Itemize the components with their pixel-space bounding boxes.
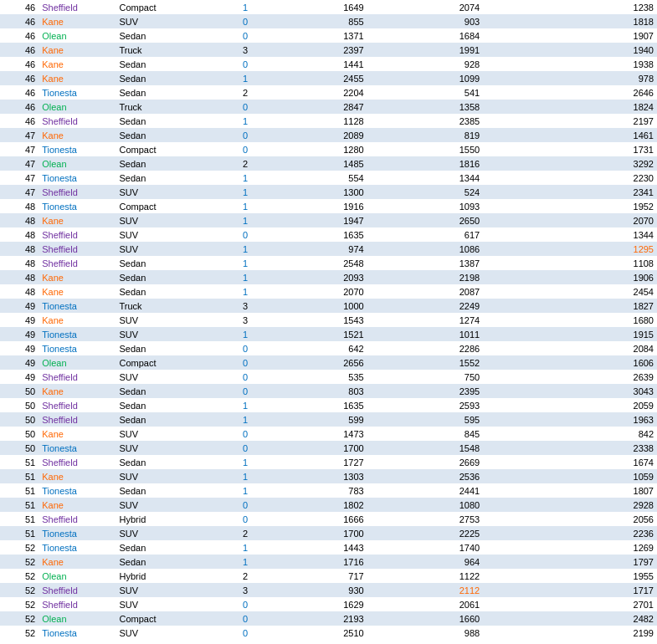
table-row: 51 Kane SUV 0 1802 1080 2928	[0, 498, 657, 512]
col-c8: 1731	[560, 142, 657, 156]
col-type: Sedan	[116, 398, 193, 412]
col-c5: 930	[251, 583, 367, 597]
col-c5: 1947	[251, 213, 367, 227]
col-city: Olean	[38, 569, 115, 583]
col-number: 47	[0, 185, 38, 199]
col-type: SUV	[116, 370, 193, 384]
table-row: 49 Tionesta Truck 3 1000 2249 1827	[0, 299, 657, 313]
table-row: 52 Sheffield SUV 3 930 2112 1717	[0, 583, 657, 597]
table-row: 46 Olean Sedan 0 1371 1684 1907	[0, 28, 657, 43]
col-city: Olean	[38, 611, 115, 626]
col-c8: 1907	[560, 28, 657, 43]
col-number: 49	[0, 341, 38, 355]
table-row: 46 Kane SUV 0 855 903 1818	[0, 14, 657, 28]
col-city: Kane	[38, 469, 115, 483]
col-c7	[483, 213, 560, 227]
col-c5: 1649	[251, 0, 367, 14]
col-c6: 1816	[367, 156, 484, 171]
col-c4: 1	[193, 270, 251, 284]
col-number: 52	[0, 555, 38, 569]
col-number: 48	[0, 270, 38, 284]
col-c6: 2286	[367, 341, 484, 355]
col-number: 48	[0, 199, 38, 213]
col-c4: 1	[193, 213, 251, 227]
col-c6: 2249	[367, 299, 484, 313]
col-c5: 2089	[251, 128, 367, 142]
col-city: Tionesta	[38, 299, 115, 313]
col-type: Compact	[116, 0, 193, 14]
col-c6: 1991	[367, 43, 484, 57]
col-type: Sedan	[116, 256, 193, 270]
col-type: Sedan	[116, 455, 193, 469]
table-row: 46 Sheffield Sedan 1 1128 2385 2197	[0, 114, 657, 128]
col-type: Hybrid	[116, 512, 193, 526]
col-c4: 1	[193, 199, 251, 213]
col-type: Sedan	[116, 412, 193, 427]
col-city: Tionesta	[38, 341, 115, 355]
table-row: 46 Olean Truck 0 2847 1358 1824	[0, 100, 657, 114]
col-c8: 1108	[560, 256, 657, 270]
col-c7	[483, 540, 560, 555]
col-city: Tionesta	[38, 171, 115, 185]
col-c5: 1303	[251, 469, 367, 483]
col-c5: 1443	[251, 540, 367, 555]
col-number: 46	[0, 0, 38, 14]
col-c7	[483, 569, 560, 583]
col-c7	[483, 85, 560, 100]
col-c6: 1548	[367, 441, 484, 455]
col-c6: 1122	[367, 569, 484, 583]
col-c8: 1955	[560, 569, 657, 583]
col-type: Sedan	[116, 28, 193, 43]
col-c6: 2395	[367, 384, 484, 398]
col-c8: 1680	[560, 313, 657, 327]
col-c8: 2928	[560, 498, 657, 512]
col-c7	[483, 43, 560, 57]
col-c8: 978	[560, 71, 657, 85]
col-city: Olean	[38, 156, 115, 171]
col-city: Tionesta	[38, 441, 115, 455]
col-c7	[483, 284, 560, 299]
col-c4: 0	[193, 441, 251, 455]
col-c7	[483, 597, 560, 611]
col-type: SUV	[116, 213, 193, 227]
col-c6: 1274	[367, 313, 484, 327]
col-type: Sedan	[116, 128, 193, 142]
col-c4: 3	[193, 43, 251, 57]
col-c5: 554	[251, 171, 367, 185]
col-c6: 524	[367, 185, 484, 199]
col-c8: 2639	[560, 370, 657, 384]
table-row: 50 Tionesta SUV 0 1700 1548 2338	[0, 441, 657, 455]
col-c7	[483, 611, 560, 626]
col-c8: 2236	[560, 526, 657, 540]
col-c6: 595	[367, 412, 484, 427]
col-c4: 2	[193, 526, 251, 540]
col-city: Sheffield	[38, 597, 115, 611]
col-c4: 0	[193, 597, 251, 611]
col-c4: 0	[193, 384, 251, 398]
col-c4: 0	[193, 512, 251, 526]
col-c6: 2061	[367, 597, 484, 611]
table-row: 46 Kane Sedan 0 1441 928 1938	[0, 57, 657, 71]
col-number: 46	[0, 85, 38, 100]
col-c5: 717	[251, 569, 367, 583]
col-city: Tionesta	[38, 327, 115, 341]
col-number: 49	[0, 370, 38, 384]
col-c6: 750	[367, 370, 484, 384]
col-c4: 0	[193, 427, 251, 441]
col-type: Sedan	[116, 171, 193, 185]
col-c6: 964	[367, 555, 484, 569]
table-row: 47 Kane Sedan 0 2089 819 1461	[0, 128, 657, 142]
col-type: Sedan	[116, 71, 193, 85]
col-c6: 1011	[367, 327, 484, 341]
col-city: Tionesta	[38, 142, 115, 156]
col-number: 49	[0, 299, 38, 313]
col-city: Kane	[38, 270, 115, 284]
col-c7	[483, 455, 560, 469]
col-c5: 783	[251, 483, 367, 498]
col-city: Sheffield	[38, 227, 115, 242]
col-number: 52	[0, 583, 38, 597]
table-row: 47 Sheffield SUV 1 1300 524 2341	[0, 185, 657, 199]
col-c5: 1280	[251, 142, 367, 156]
col-type: Truck	[116, 299, 193, 313]
col-city: Kane	[38, 213, 115, 227]
